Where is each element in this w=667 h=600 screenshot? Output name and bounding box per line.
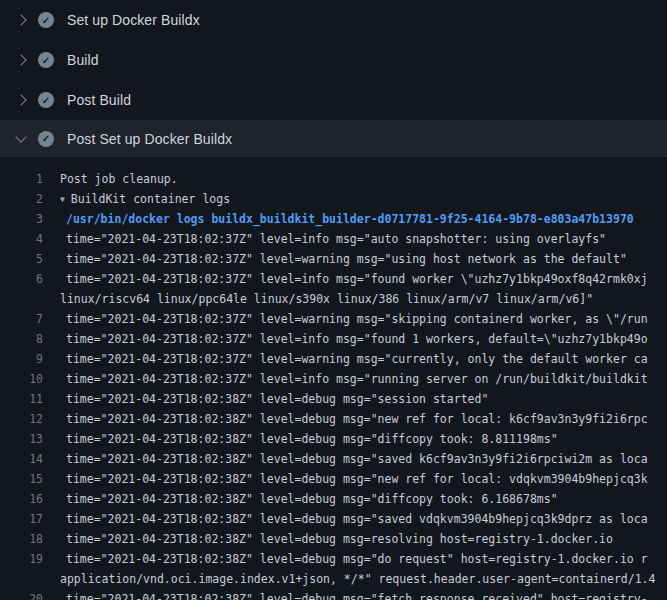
- log-line-text: application/vnd.oci.image.index.v1+json,…: [60, 569, 655, 589]
- log-line: 14 time="2021-04-23T18:02:38Z" level=deb…: [0, 449, 667, 469]
- log-line: 1 Post job cleanup.: [0, 169, 667, 189]
- step-header-build[interactable]: ✓ Build: [0, 40, 667, 80]
- chevron-right-icon[interactable]: [13, 11, 31, 29]
- log-line: 11 time="2021-04-23T18:02:38Z" level=deb…: [0, 389, 667, 409]
- log-line: 16 time="2021-04-23T18:02:38Z" level=deb…: [0, 489, 667, 509]
- log-line: 2 ▼BuildKit container logs: [0, 189, 667, 209]
- log-line-text: time="2021-04-23T18:02:38Z" level=debug …: [66, 489, 558, 509]
- check-circle-icon: ✓: [38, 52, 54, 68]
- log-line-text: linux/riscv64 linux/ppc64le linux/s390x …: [60, 289, 593, 309]
- log-group-toggle[interactable]: ▼BuildKit container logs: [60, 189, 230, 209]
- log-line-number[interactable]: 9: [0, 349, 45, 369]
- check-circle-icon: ✓: [38, 12, 54, 28]
- log-line-number[interactable]: 3: [0, 209, 45, 229]
- log-line: 5 time="2021-04-23T18:02:37Z" level=warn…: [0, 249, 667, 269]
- log-line-number[interactable]: 6: [0, 269, 45, 289]
- log-line-number[interactable]: 10: [0, 369, 45, 389]
- log-line-number[interactable]: 20: [0, 589, 45, 600]
- log-line: 17 time="2021-04-23T18:02:38Z" level=deb…: [0, 509, 667, 529]
- log-line: 4 time="2021-04-23T18:02:37Z" level=info…: [0, 229, 667, 249]
- log-viewer[interactable]: 1 Post job cleanup. 2 ▼BuildKit containe…: [0, 157, 667, 600]
- check-circle-icon: ✓: [38, 92, 54, 108]
- step-header-set-up-docker-buildx[interactable]: ✓ Set up Docker Buildx: [0, 0, 667, 40]
- log-line-text: time="2021-04-23T18:02:38Z" level=debug …: [66, 409, 648, 429]
- log-line-text: time="2021-04-23T18:02:38Z" level=debug …: [66, 529, 613, 549]
- log-line-number[interactable]: 4: [0, 229, 45, 249]
- log-line: 12 time="2021-04-23T18:02:38Z" level=deb…: [0, 409, 667, 429]
- log-line-number[interactable]: 2: [0, 189, 45, 209]
- log-line-text: time="2021-04-23T18:02:37Z" level=info m…: [66, 269, 648, 289]
- log-line: linux/riscv64 linux/ppc64le linux/s390x …: [0, 289, 667, 309]
- log-line-number[interactable]: 5: [0, 249, 45, 269]
- step-header-post-build[interactable]: ✓ Post Build: [0, 80, 667, 120]
- step-label: Build: [67, 52, 99, 68]
- chevron-down-icon[interactable]: [13, 130, 31, 148]
- log-line: 8 time="2021-04-23T18:02:37Z" level=info…: [0, 329, 667, 349]
- log-line: 10 time="2021-04-23T18:02:37Z" level=inf…: [0, 369, 667, 389]
- log-line: 13 time="2021-04-23T18:02:38Z" level=deb…: [0, 429, 667, 449]
- log-line-text: time="2021-04-23T18:02:38Z" level=debug …: [66, 469, 648, 489]
- chevron-right-icon[interactable]: [13, 91, 31, 109]
- chevron-right-icon[interactable]: [13, 51, 31, 69]
- log-line: 3 /usr/bin/docker logs buildx_buildkit_b…: [0, 209, 667, 229]
- log-line-text: time="2021-04-23T18:02:37Z" level=warnin…: [66, 309, 648, 329]
- log-line-text: time="2021-04-23T18:02:37Z" level=info m…: [66, 369, 648, 389]
- log-line-number[interactable]: [0, 289, 45, 309]
- log-line-text: time="2021-04-23T18:02:38Z" level=debug …: [66, 449, 648, 469]
- log-line-text: time="2021-04-23T18:02:37Z" level=warnin…: [66, 349, 648, 369]
- log-line: 15 time="2021-04-23T18:02:38Z" level=deb…: [0, 469, 667, 489]
- log-line-text: /usr/bin/docker logs buildx_buildkit_bui…: [66, 209, 634, 229]
- log-line-text: time="2021-04-23T18:02:37Z" level=warnin…: [66, 249, 627, 269]
- log-line-number[interactable]: 7: [0, 309, 45, 329]
- log-line: 6 time="2021-04-23T18:02:37Z" level=info…: [0, 269, 667, 289]
- log-line-number[interactable]: 15: [0, 469, 45, 489]
- log-line-number[interactable]: 17: [0, 509, 45, 529]
- log-line-text: Post job cleanup.: [60, 169, 178, 189]
- step-header-post-set-up-docker-buildx[interactable]: ✓ Post Set up Docker Buildx: [0, 120, 667, 157]
- log-line: 7 time="2021-04-23T18:02:37Z" level=warn…: [0, 309, 667, 329]
- check-circle-icon: ✓: [38, 131, 54, 147]
- log-line-number[interactable]: 16: [0, 489, 45, 509]
- log-line-text: time="2021-04-23T18:02:38Z" level=debug …: [66, 429, 558, 449]
- log-line-text: time="2021-04-23T18:02:38Z" level=debug …: [66, 509, 648, 529]
- log-line: 19 time="2021-04-23T18:02:38Z" level=deb…: [0, 549, 667, 569]
- log-line-number[interactable]: 11: [0, 389, 45, 409]
- log-line: 9 time="2021-04-23T18:02:37Z" level=warn…: [0, 349, 667, 369]
- log-line-text: time="2021-04-23T18:02:37Z" level=info m…: [66, 329, 648, 349]
- log-line-number[interactable]: 8: [0, 329, 45, 349]
- triangle-down-icon[interactable]: ▼: [60, 190, 65, 209]
- log-line: 18 time="2021-04-23T18:02:38Z" level=deb…: [0, 529, 667, 549]
- log-line: application/vnd.oci.image.index.v1+json,…: [0, 569, 667, 589]
- log-line-text: time="2021-04-23T18:02:38Z" level=debug …: [66, 389, 488, 409]
- log-line-number[interactable]: 12: [0, 409, 45, 429]
- log-line: 20 time="2021-04-23T18:02:38Z" level=deb…: [0, 589, 667, 600]
- log-line-text: time="2021-04-23T18:02:38Z" level=debug …: [66, 549, 648, 569]
- step-label: Set up Docker Buildx: [67, 12, 200, 28]
- log-line-number[interactable]: 1: [0, 169, 45, 189]
- workflow-steps-list: ✓ Set up Docker Buildx ✓ Build ✓ Post Bu…: [0, 0, 667, 157]
- log-line-number[interactable]: 19: [0, 549, 45, 569]
- log-line-number[interactable]: 13: [0, 429, 45, 449]
- log-line-number[interactable]: 18: [0, 529, 45, 549]
- log-line-number[interactable]: 14: [0, 449, 45, 469]
- log-line-text: time="2021-04-23T18:02:38Z" level=debug …: [66, 589, 648, 600]
- step-label: Post Set up Docker Buildx: [67, 131, 232, 147]
- log-line-text: time="2021-04-23T18:02:37Z" level=info m…: [66, 229, 606, 249]
- step-label: Post Build: [67, 92, 131, 108]
- log-line-number[interactable]: [0, 569, 45, 589]
